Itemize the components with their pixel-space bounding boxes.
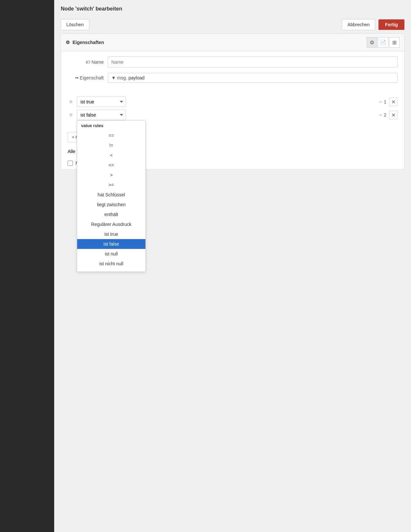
rule-row-2: ≡ ist false value rules == != < <= > bbox=[68, 110, 398, 120]
drag-handle-2[interactable]: ≡ bbox=[68, 112, 74, 118]
toolbar: Löschen Abbrechen Fertig bbox=[54, 16, 411, 33]
dropdown-arrow-icon: ▼ bbox=[111, 75, 116, 80]
name-row: 🏷 Name bbox=[68, 56, 398, 68]
dropdown-item-hat-schluessel[interactable]: hat Schlüssel bbox=[77, 190, 145, 200]
property-value: payload bbox=[128, 75, 144, 80]
name-input[interactable] bbox=[108, 56, 398, 68]
rules-section: ≡ ist true → 1 ✕ ≡ ist false bbox=[61, 93, 404, 126]
dropdown-item-gte[interactable]: >= bbox=[77, 180, 145, 190]
rule-1-arrow: → 1 bbox=[378, 99, 386, 104]
rule-1-dropdown-wrapper: ist true bbox=[77, 97, 126, 107]
form-section: 🏷 Name •• Eigenschaft ▼ msg. payload bbox=[61, 51, 404, 93]
layout-icon-button[interactable]: ⊞ bbox=[389, 37, 400, 48]
dropdown-item-neq[interactable]: != bbox=[77, 141, 145, 150]
dropdown-item-lt[interactable]: < bbox=[77, 150, 145, 160]
tag-icon: 🏷 bbox=[86, 59, 90, 65]
cancel-button[interactable]: Abbrechen bbox=[342, 19, 375, 30]
main-content: Node 'switch' bearbeiten Löschen Abbrech… bbox=[54, 0, 411, 532]
dropdown-item-lte[interactable]: <= bbox=[77, 160, 145, 170]
property-select-wrapper[interactable]: ▼ msg. payload bbox=[108, 73, 398, 83]
rule-1-select[interactable]: ist true bbox=[77, 97, 126, 107]
dropdown-item-eq[interactable]: == bbox=[77, 131, 145, 141]
properties-icon-button[interactable]: ⚙ bbox=[367, 37, 377, 48]
dropdown-item-ist-true[interactable]: ist true bbox=[77, 229, 145, 239]
properties-header-left: ⚙ Eigenschaften bbox=[66, 40, 367, 45]
properties-tab-label: Eigenschaften bbox=[73, 40, 104, 45]
rule-2-delete-button[interactable]: ✕ bbox=[389, 111, 398, 119]
sidebar bbox=[0, 0, 54, 532]
property-row: •• Eigenschaft ▼ msg. payload bbox=[68, 73, 398, 83]
na-checkbox[interactable] bbox=[68, 161, 73, 166]
rule-2-dropdown-wrapper: ist false value rules == != < <= > >= ha… bbox=[77, 110, 126, 120]
header-icons: ⚙ 📄 ⊞ bbox=[367, 37, 400, 48]
dropdown-scroll[interactable]: value rules == != < <= > >= hat Schlüsse… bbox=[77, 121, 145, 272]
properties-panel: ⚙ Eigenschaften ⚙ 📄 ⊞ 🏷 Name •• bbox=[61, 33, 404, 169]
rule-2-arrow: → 2 bbox=[378, 112, 386, 118]
drag-handle-1[interactable]: ≡ bbox=[68, 99, 74, 105]
name-label: 🏷 Name bbox=[68, 59, 104, 65]
delete-button[interactable]: Löschen bbox=[61, 19, 89, 30]
value-rules-group-label: value rules bbox=[77, 121, 145, 131]
document-icon-button[interactable]: 📄 bbox=[378, 37, 388, 48]
dropdown-item-ist-vom-typ[interactable]: ist vom Typ bbox=[77, 269, 145, 272]
dots-icon: •• bbox=[75, 75, 78, 80]
panel-header: Node 'switch' bearbeiten bbox=[54, 0, 411, 16]
dropdown-item-ist-nicht-null[interactable]: ist nicht null bbox=[77, 259, 145, 269]
dropdown-item-regulaerer-ausdruck[interactable]: Regulärer Ausdruck bbox=[77, 219, 145, 229]
dropdown-item-enthaelt[interactable]: enthält bbox=[77, 210, 145, 219]
rule-1-delete-button[interactable]: ✕ bbox=[389, 98, 398, 106]
property-prefix: ▼ msg. bbox=[111, 75, 127, 80]
alle-label: Alle bbox=[68, 149, 75, 154]
dropdown-item-ist-null[interactable]: ist null bbox=[77, 249, 145, 259]
gear-icon: ⚙ bbox=[66, 40, 70, 45]
dropdown-item-gt[interactable]: > bbox=[77, 170, 145, 180]
rule-2-select[interactable]: ist false bbox=[77, 110, 126, 120]
properties-header: ⚙ Eigenschaften ⚙ 📄 ⊞ bbox=[61, 34, 404, 51]
panel-title: Node 'switch' bearbeiten bbox=[61, 6, 122, 11]
rule-dropdown-menu: value rules == != < <= > >= hat Schlüsse… bbox=[77, 120, 146, 272]
property-label: •• Eigenschaft bbox=[68, 75, 104, 80]
rule-row-1: ≡ ist true → 1 ✕ bbox=[68, 97, 398, 107]
done-button[interactable]: Fertig bbox=[379, 19, 404, 30]
dropdown-item-liegt-zwischen[interactable]: liegt zwischen bbox=[77, 200, 145, 210]
dropdown-item-ist-false[interactable]: ist false bbox=[77, 239, 145, 249]
